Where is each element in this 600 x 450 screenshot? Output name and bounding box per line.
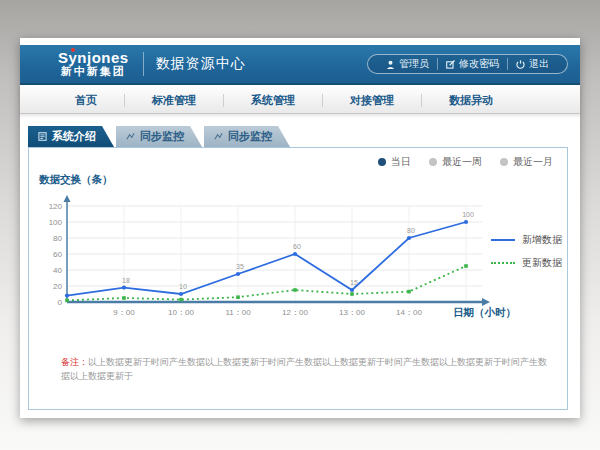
tab-label: 同步监控	[140, 129, 184, 144]
svg-text:100: 100	[462, 211, 474, 218]
svg-text:15: 15	[350, 279, 358, 286]
nav-item-system[interactable]: 系统管理	[224, 93, 322, 108]
nav-item-data-change[interactable]: 数据异动	[422, 93, 520, 108]
change-password-label: 修改密码	[459, 57, 499, 71]
radio-dot	[378, 158, 386, 166]
svg-text:10：00: 10：00	[168, 308, 194, 317]
period-filter: 当日 最近一周 最近一月	[378, 155, 553, 169]
svg-text:40: 40	[53, 266, 62, 275]
current-user-label: 管理员	[399, 57, 429, 71]
user-icon	[386, 60, 395, 69]
svg-text:9：00: 9：00	[113, 308, 135, 317]
svg-text:35: 35	[236, 263, 244, 270]
edit-icon	[446, 60, 455, 69]
svg-text:100: 100	[49, 218, 63, 227]
svg-text:18: 18	[122, 277, 130, 284]
tab-sync-monitor-2[interactable]: 同步监控	[204, 126, 290, 147]
chart-container: 0204060801001209：0010：0011：0012：0013：001…	[37, 192, 567, 324]
current-user-button[interactable]: 管理员	[378, 57, 437, 71]
tab-bar: 系统介绍 同步监控 同步监控	[28, 126, 290, 147]
legend-label: 新增数据	[522, 233, 562, 247]
radio-last-week[interactable]: 最近一周	[429, 155, 482, 169]
nav-item-home[interactable]: 首页	[48, 93, 124, 108]
nav-item-integration[interactable]: 对接管理	[323, 93, 421, 108]
svg-text:80: 80	[53, 234, 62, 243]
change-password-button[interactable]: 修改密码	[438, 57, 507, 71]
user-toolbar: 管理员 修改密码 退出	[367, 54, 568, 74]
radio-label: 最近一周	[442, 155, 482, 169]
svg-text:0: 0	[58, 298, 63, 307]
monitor-icon	[214, 132, 223, 141]
line-chart: 0204060801001209：0010：0011：0012：0013：001…	[37, 192, 567, 324]
radio-dot	[500, 158, 508, 166]
svg-text:60: 60	[53, 250, 62, 259]
radio-dot	[429, 158, 437, 166]
logo-cn-name: 新中新集团	[58, 66, 129, 78]
nav-item-standards[interactable]: 标准管理	[125, 93, 223, 108]
radio-today[interactable]: 当日	[378, 155, 411, 169]
power-icon	[516, 60, 525, 69]
legend-label: 更新数据	[522, 256, 562, 270]
x-axis-title: 日期（小时）	[453, 306, 516, 320]
app-window: Synjones 新中新集团 数据资源中心 管理员 修改密码	[20, 38, 580, 418]
tab-label: 同步监控	[228, 129, 272, 144]
svg-text:20: 20	[53, 282, 62, 291]
radio-last-month[interactable]: 最近一月	[500, 155, 553, 169]
tab-system-intro[interactable]: 系统介绍	[28, 126, 114, 147]
legend-line-solid	[491, 239, 515, 241]
svg-text:11：00: 11：00	[225, 308, 251, 317]
logout-label: 退出	[529, 57, 549, 71]
svg-text:60: 60	[293, 243, 301, 250]
header-divider	[143, 52, 144, 76]
radio-label: 当日	[391, 155, 411, 169]
document-icon	[38, 132, 47, 141]
chart-legend: 新增数据 更新数据	[491, 233, 562, 270]
legend-item-updated-data: 更新数据	[491, 256, 562, 270]
note-label: 备注：	[61, 357, 88, 367]
note-text: 以上数据更新于时间产生数据以上数据更新于时间产生数据以上数据更新于时间产生数据以…	[61, 357, 547, 381]
svg-text:14：00: 14：00	[396, 308, 422, 317]
main-nav: 首页 标准管理 系统管理 对接管理 数据异动	[20, 87, 580, 114]
footer-note: 备注：以上数据更新于时间产生数据以上数据更新于时间产生数据以上数据更新于时间产生…	[61, 356, 553, 383]
legend-line-dotted	[491, 262, 515, 264]
monitor-icon	[126, 132, 135, 141]
legend-item-new-data: 新增数据	[491, 233, 562, 247]
svg-text:12：00: 12：00	[282, 308, 308, 317]
page-title: 数据资源中心	[156, 55, 246, 73]
y-axis-title: 数据交换（条）	[39, 173, 113, 187]
svg-text:80: 80	[407, 227, 415, 234]
header: Synjones 新中新集团 数据资源中心 管理员 修改密码	[20, 45, 580, 85]
tab-sync-monitor-1[interactable]: 同步监控	[116, 126, 202, 147]
logout-button[interactable]: 退出	[508, 57, 557, 71]
chart-panel: 当日 最近一周 最近一月 数据交换（条） 0204060801001209：00…	[28, 147, 568, 410]
svg-text:10: 10	[179, 283, 187, 290]
radio-label: 最近一月	[513, 155, 553, 169]
svg-text:13：00: 13：00	[339, 308, 365, 317]
svg-text:120: 120	[49, 202, 63, 211]
company-logo[interactable]: Synjones 新中新集团	[58, 50, 129, 77]
tab-label: 系统介绍	[52, 129, 96, 144]
logo-name: Synjones	[58, 50, 129, 66]
